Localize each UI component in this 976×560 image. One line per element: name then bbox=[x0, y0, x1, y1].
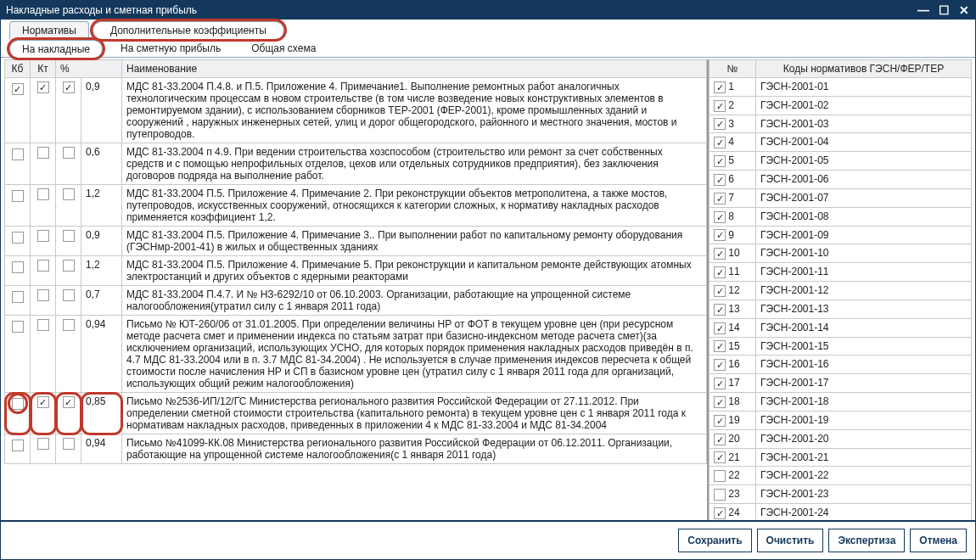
code-row[interactable]: ✓ 18ГЭСН-2001-18 bbox=[710, 393, 972, 412]
code-row[interactable]: ✓ 2ГЭСН-2001-02 bbox=[710, 96, 972, 115]
kt-checkbox[interactable]: ✓ bbox=[37, 81, 49, 93]
code-checkbox[interactable]: ✓ bbox=[714, 193, 726, 204]
kb-checkbox[interactable] bbox=[12, 148, 24, 160]
code-row[interactable]: ✓ 4ГЭСН-2001-04 bbox=[710, 133, 972, 152]
code-row[interactable]: 22ГЭСН-2001-22 bbox=[710, 467, 972, 485]
column-header-code[interactable]: Коды нормативов ГЭСН/ФЕР/ТЕР bbox=[756, 60, 972, 78]
code-row[interactable]: ✓ 8ГЭСН-2001-08 bbox=[710, 207, 972, 226]
code-row[interactable]: ✓ 13ГЭСН-2001-13 bbox=[710, 300, 972, 318]
code-row[interactable]: ✓ 7ГЭСН-2001-07 bbox=[710, 188, 972, 207]
kb-checkbox[interactable] bbox=[12, 190, 24, 202]
code-row[interactable]: ✓ 12ГЭСН-2001-12 bbox=[710, 282, 972, 300]
code-checkbox[interactable]: ✓ bbox=[714, 322, 726, 334]
code-checkbox[interactable]: ✓ bbox=[714, 100, 726, 112]
subtab-2[interactable]: Общая схема bbox=[238, 39, 328, 57]
code-row[interactable]: ✓ 3ГЭСН-2001-03 bbox=[710, 115, 972, 133]
code-checkbox[interactable] bbox=[714, 489, 726, 501]
code-checkbox[interactable]: ✓ bbox=[714, 434, 726, 445]
code-checkbox[interactable]: ✓ bbox=[714, 155, 726, 167]
coeff-row[interactable]: 0,6МДС 81-33.2004 п 4.9. При ведении стр… bbox=[5, 143, 707, 185]
maximize-icon[interactable]: ☐ bbox=[938, 4, 950, 16]
code-row[interactable]: ✓ 9ГЭСН-2001-09 bbox=[710, 226, 972, 244]
pct-checkbox[interactable] bbox=[63, 188, 75, 200]
subtab-0[interactable]: На накладные bbox=[9, 40, 103, 58]
code-row[interactable]: ✓ 1ГЭСН-2001-01 bbox=[710, 78, 972, 97]
pct-checkbox[interactable]: ✓ bbox=[63, 396, 75, 408]
pct-checkbox[interactable] bbox=[63, 438, 75, 450]
code-row[interactable]: ✓ 6ГЭСН-2001-06 bbox=[710, 171, 972, 189]
pct-checkbox[interactable] bbox=[63, 260, 75, 272]
kt-checkbox[interactable] bbox=[37, 188, 49, 200]
cancel-button[interactable]: Отмена bbox=[910, 529, 967, 552]
coeff-row[interactable]: 0,9МДС 81-33.2004 П.5. Приложение 4. При… bbox=[5, 227, 707, 256]
coeff-row[interactable]: 1,2МДС 81-33.2004 П.5. Приложение 4. При… bbox=[5, 185, 707, 227]
code-checkbox[interactable]: ✓ bbox=[714, 285, 726, 297]
clear-button[interactable]: Очистить bbox=[757, 529, 824, 552]
kb-checkbox[interactable] bbox=[12, 398, 24, 410]
pct-checkbox[interactable]: ✓ bbox=[63, 81, 75, 93]
column-header-kt[interactable]: Кт bbox=[31, 60, 56, 78]
column-header-percent[interactable]: % bbox=[56, 60, 122, 78]
minimize-icon[interactable]: — bbox=[917, 4, 929, 16]
code-row[interactable]: ✓ 24ГЭСН-2001-24 bbox=[710, 504, 972, 520]
code-checkbox[interactable]: ✓ bbox=[714, 266, 726, 278]
pct-checkbox[interactable] bbox=[63, 230, 75, 242]
code-checkbox[interactable]: ✓ bbox=[714, 396, 726, 408]
code-checkbox[interactable]: ✓ bbox=[714, 248, 726, 260]
code-row[interactable]: ✓ 11ГЭСН-2001-11 bbox=[710, 263, 972, 282]
code-checkbox[interactable]: ✓ bbox=[714, 378, 726, 389]
coeff-row[interactable]: 1,2МДС 81-33.2004 П.5. Приложение 4. При… bbox=[5, 256, 707, 286]
column-header-name[interactable]: Наименование bbox=[122, 60, 707, 78]
code-checkbox[interactable]: ✓ bbox=[714, 81, 726, 93]
code-checkbox[interactable]: ✓ bbox=[714, 415, 726, 427]
coeff-row[interactable]: 0,94Письмо №41099-КК.08 Министерства рег… bbox=[5, 434, 707, 464]
kt-checkbox[interactable] bbox=[37, 260, 49, 272]
coeff-row[interactable]: ✓✓✓0,9МДС 81-33.2004 П.4.8. и П.5. Прило… bbox=[5, 78, 707, 143]
tab-0[interactable]: Нормативы bbox=[9, 21, 89, 39]
code-checkbox[interactable]: ✓ bbox=[714, 229, 726, 241]
kb-checkbox[interactable] bbox=[12, 291, 24, 303]
code-checkbox[interactable]: ✓ bbox=[714, 118, 726, 130]
code-row[interactable]: ✓ 14ГЭСН-2001-14 bbox=[710, 318, 972, 337]
kb-checkbox[interactable] bbox=[12, 261, 24, 273]
tab-1[interactable]: Дополнительные коэффициенты bbox=[93, 21, 284, 39]
code-row[interactable]: ✓ 16ГЭСН-2001-16 bbox=[710, 356, 972, 374]
code-row[interactable]: ✓ 17ГЭСН-2001-17 bbox=[710, 374, 972, 393]
kb-checkbox[interactable] bbox=[12, 440, 24, 451]
kt-checkbox[interactable] bbox=[37, 147, 49, 159]
code-checkbox[interactable]: ✓ bbox=[714, 174, 726, 186]
kt-checkbox[interactable] bbox=[37, 319, 49, 331]
code-checkbox[interactable]: ✓ bbox=[714, 507, 726, 519]
kt-checkbox[interactable] bbox=[37, 289, 49, 301]
code-row[interactable]: ✓ 5ГЭСН-2001-05 bbox=[710, 152, 972, 171]
kb-checkbox[interactable]: ✓ bbox=[12, 83, 24, 95]
kb-checkbox[interactable] bbox=[12, 321, 24, 333]
code-row[interactable]: 23ГЭСН-2001-23 bbox=[710, 485, 972, 504]
pct-checkbox[interactable] bbox=[63, 289, 75, 301]
code-row[interactable]: ✓ 15ГЭСН-2001-15 bbox=[710, 337, 972, 356]
column-header-kb[interactable]: Кб bbox=[5, 60, 31, 78]
code-checkbox[interactable]: ✓ bbox=[714, 340, 726, 352]
coeff-row[interactable]: 0,7МДС 81-33.2004 П.4.7. И № НЗ-6292/10 … bbox=[5, 286, 707, 316]
code-row[interactable]: ✓ 21ГЭСН-2001-21 bbox=[710, 448, 972, 467]
code-row[interactable]: ✓ 20ГЭСН-2001-20 bbox=[710, 429, 972, 448]
expertise-button[interactable]: Экспертиза bbox=[828, 529, 905, 552]
coeff-row[interactable]: 0,94Письмо № ЮТ-260/06 от 31.01.2005. Пр… bbox=[5, 316, 707, 393]
code-checkbox[interactable]: ✓ bbox=[714, 304, 726, 316]
pct-checkbox[interactable] bbox=[63, 319, 75, 331]
code-row[interactable]: ✓ 10ГЭСН-2001-10 bbox=[710, 244, 972, 263]
code-row[interactable]: ✓ 19ГЭСН-2001-19 bbox=[710, 411, 972, 429]
kt-checkbox[interactable]: ✓ bbox=[37, 396, 49, 408]
subtab-1[interactable]: На сметную прибыль bbox=[108, 39, 233, 57]
close-icon[interactable]: ✕ bbox=[958, 4, 970, 16]
code-checkbox[interactable]: ✓ bbox=[714, 211, 726, 223]
code-checkbox[interactable]: ✓ bbox=[714, 451, 726, 463]
column-header-no[interactable]: № bbox=[710, 60, 756, 78]
pct-checkbox[interactable] bbox=[63, 147, 75, 159]
code-checkbox[interactable] bbox=[714, 470, 726, 482]
coeff-row[interactable]: ✓✓0,85Письмо №2536-ИП/12/ГС Министерства… bbox=[5, 393, 707, 434]
kb-checkbox[interactable] bbox=[12, 232, 24, 244]
save-button[interactable]: Сохранить bbox=[678, 529, 751, 552]
code-checkbox[interactable]: ✓ bbox=[714, 137, 726, 148]
kt-checkbox[interactable] bbox=[37, 230, 49, 242]
